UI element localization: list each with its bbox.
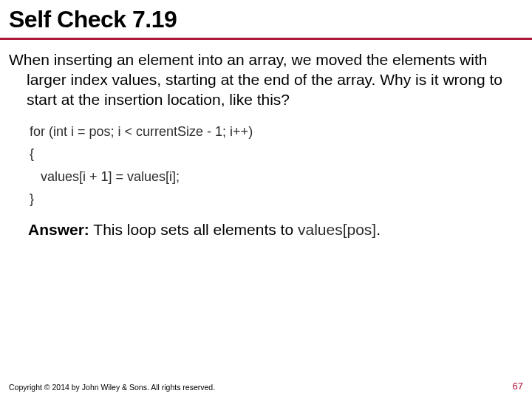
title-rule (0, 38, 532, 40)
copyright-text: Copyright © 2014 by John Wiley & Sons. A… (9, 383, 215, 392)
page-number: 67 (513, 381, 523, 392)
slide-title: Self Check 7.19 (0, 0, 532, 38)
answer-code-inline: values[pos] (298, 221, 376, 238)
answer-suffix: . (376, 221, 381, 238)
question-paragraph: When inserting an element into an array,… (9, 50, 523, 110)
slide-body: When inserting an element into an array,… (0, 50, 532, 239)
answer-text: This loop sets all elements to (89, 221, 298, 238)
answer-label: Answer: (28, 221, 89, 238)
question-text: When inserting an element into an array,… (9, 50, 523, 110)
answer-paragraph: Answer: This loop sets all elements to v… (9, 219, 523, 239)
footer: Copyright © 2014 by John Wiley & Sons. A… (9, 381, 523, 392)
code-block: for (int i = pos; i < currentSize - 1; i… (9, 120, 523, 211)
